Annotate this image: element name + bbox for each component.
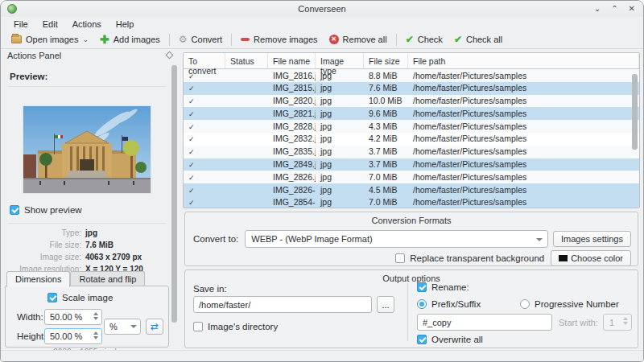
column-header-image-type[interactable]: Image type — [316, 53, 364, 68]
scale-image-checkbox[interactable]: Scale image — [47, 293, 113, 302]
start-with-spinner[interactable]: 1 — [603, 314, 632, 331]
table-row[interactable]: ✓IMG_2835.jpgjpg3.7 MiB/home/faster/Pict… — [184, 146, 639, 158]
row-status — [225, 158, 268, 171]
table-row[interactable]: ✓IMG_2826-M...jpg4.5 MiB/home/faster/Pic… — [184, 183, 639, 196]
rename-checkbox[interactable]: Rename: — [417, 282, 469, 292]
checkbox-icon[interactable] — [395, 253, 405, 263]
width-spinner[interactable]: 50.00 % — [44, 309, 102, 325]
open-folder-icon — [11, 35, 22, 43]
minimize-icon[interactable]: ⌄ — [594, 5, 601, 13]
panel-scrollbar[interactable] — [171, 65, 177, 346]
menu-item-file[interactable]: File — [7, 19, 35, 30]
row-check-icon[interactable]: ✓ — [184, 133, 225, 146]
column-header-file-name[interactable]: File name — [268, 53, 316, 68]
menu-item-actions[interactable]: Actions — [66, 19, 108, 30]
table-row[interactable]: ✓IMG_2815.jpgjpg7.6 MiB/home/faster/Pict… — [184, 82, 639, 95]
row-check-icon[interactable]: ✓ — [184, 196, 225, 208]
radio-icon[interactable] — [520, 299, 530, 309]
row-file-path: /home/faster/Pictures/samples — [408, 171, 639, 183]
row-image-type: jpg — [316, 107, 364, 120]
table-row[interactable]: ✓IMG_2826.jpgjpg7.0 MiB/home/faster/Pict… — [184, 171, 639, 183]
checkbox-icon[interactable] — [417, 282, 427, 292]
checkbox-icon[interactable] — [193, 322, 203, 331]
table-row[interactable]: ✓IMG_2820.jpgjpg10.0 MiB/home/faster/Pic… — [184, 95, 639, 108]
table-scrollbar[interactable] — [632, 72, 638, 206]
row-check-icon[interactable]: ✓ — [184, 120, 225, 133]
tab-rotate-and-flip[interactable]: Rotate and flip — [70, 271, 145, 287]
column-header-file-path[interactable]: File path — [408, 53, 639, 68]
panel-tabs: DimensionsRotate and flip — [6, 271, 145, 287]
choose-color-button[interactable]: Choose color — [551, 250, 631, 266]
maximize-icon[interactable]: ⌃ — [611, 5, 617, 13]
row-check-icon[interactable]: ✓ — [184, 107, 225, 120]
row-file-name: IMG_2821.jpg — [268, 107, 316, 120]
column-header-status[interactable]: Status — [225, 53, 268, 68]
tab-dimensions[interactable]: Dimensions — [6, 271, 70, 287]
table-header: To convertStatusFile nameImage typeFile … — [184, 53, 639, 69]
table-row[interactable]: ✓IMG_2816.jpgjpg8.8 MiB/home/faster/Pict… — [184, 69, 639, 82]
checkbox-icon[interactable] — [10, 205, 19, 215]
title-bar[interactable]: Converseen ⌄ ⌃ ✕ — [1, 1, 643, 17]
column-header-file-size[interactable]: File size — [364, 53, 408, 68]
save-in-input[interactable]: /home/faster/ — [193, 296, 372, 313]
dock-float-icon[interactable] — [166, 51, 174, 60]
overwrite-all-checkbox[interactable]: Overwrite all — [417, 335, 483, 344]
images-directory-checkbox[interactable]: Image's directory — [193, 322, 278, 331]
app-icon — [7, 4, 17, 14]
close-icon[interactable]: ✕ — [629, 5, 635, 13]
show-preview-checkbox[interactable]: Show preview — [10, 205, 82, 215]
height-spinner[interactable]: 50.00 % — [44, 328, 102, 344]
progressive-number-radio[interactable]: Progressive Number — [520, 299, 619, 309]
row-check-icon[interactable]: ✓ — [184, 171, 225, 183]
menu-item-edit[interactable]: Edit — [36, 19, 64, 30]
prefix-suffix-radio[interactable]: Prefix/Suffix — [417, 299, 481, 309]
rename-pattern-input[interactable]: #_copy — [417, 314, 552, 331]
column-header-to-convert[interactable]: To convert — [184, 53, 225, 68]
width-label: Width: — [17, 312, 43, 322]
table-row[interactable]: ✓IMG_2821.jpgjpg9.6 MiB/home/faster/Pict… — [184, 107, 639, 120]
swap-dimensions-button[interactable]: ⇄ — [146, 319, 163, 335]
row-file-name: IMG_2849.jpg — [268, 158, 316, 171]
remove-images-button[interactable]: Remove images — [235, 33, 323, 46]
row-check-icon[interactable]: ✓ — [184, 82, 225, 95]
row-image-type: jpg — [316, 171, 364, 183]
open-images-button[interactable]: Open images ⌄ — [6, 33, 94, 46]
scrollbar-thumb[interactable] — [171, 65, 177, 323]
table-row[interactable]: ✓IMG_2854-2.j...jpg7.0 MiB/home/faster/P… — [184, 196, 639, 208]
replace-background-checkbox[interactable]: Replace transparent background — [395, 253, 544, 263]
check-icon: ✔ — [406, 35, 414, 44]
row-check-icon[interactable]: ✓ — [184, 146, 225, 158]
add-images-button[interactable]: ✚ Add images — [94, 33, 166, 46]
spinner-arrows-icon[interactable] — [93, 331, 98, 339]
toolbar-separator — [169, 34, 170, 46]
row-check-icon[interactable]: ✓ — [184, 69, 225, 82]
checkbox-icon[interactable] — [417, 335, 427, 344]
row-file-size: 10.0 MiB — [364, 95, 408, 108]
menu-item-help[interactable]: Help — [109, 19, 141, 30]
row-file-name: IMG_2815.jpg — [268, 82, 316, 95]
check-button[interactable]: ✔ Check — [400, 33, 448, 46]
table-row[interactable]: ✓IMG_2828.jpgjpg4.3 MiB/home/faster/Pict… — [184, 120, 639, 133]
browse-button[interactable]: ... — [377, 296, 394, 313]
table-row[interactable]: ✓IMG_2832.jpgjpg4.2 MiB/home/faster/Pict… — [184, 133, 639, 146]
row-check-icon[interactable]: ✓ — [184, 183, 225, 196]
unit-dropdown[interactable]: % — [104, 319, 141, 335]
images-settings-button[interactable]: Images settings — [553, 231, 631, 247]
radio-icon[interactable] — [417, 299, 427, 309]
chevron-down-icon — [536, 238, 543, 241]
group-title: Conversion Formats — [185, 212, 638, 225]
convert-button[interactable]: ⚙ Convert — [173, 33, 228, 46]
row-check-icon[interactable]: ✓ — [184, 158, 225, 171]
spinner-arrows-icon[interactable] — [93, 312, 98, 320]
remove-all-button[interactable]: ✕ Remove all — [324, 33, 393, 46]
dimensions-tab-content: Scale image Width: 50.00 % Height: 50.00… — [5, 286, 169, 348]
format-dropdown[interactable]: WEBP - (WebP Image Format) — [245, 230, 548, 248]
table-row[interactable]: ✓IMG_2849.jpgjpg3.7 MiB/home/faster/Pict… — [184, 158, 639, 171]
row-file-path: /home/faster/Pictures/samples — [408, 183, 639, 196]
chevron-down-icon[interactable]: ⌄ — [82, 35, 89, 43]
checkbox-icon[interactable] — [47, 293, 57, 302]
check-all-button[interactable]: ✔ Check all — [448, 33, 508, 46]
group-title: Output options — [185, 270, 638, 283]
scrollbar-thumb[interactable] — [632, 74, 638, 150]
row-check-icon[interactable]: ✓ — [184, 95, 225, 108]
